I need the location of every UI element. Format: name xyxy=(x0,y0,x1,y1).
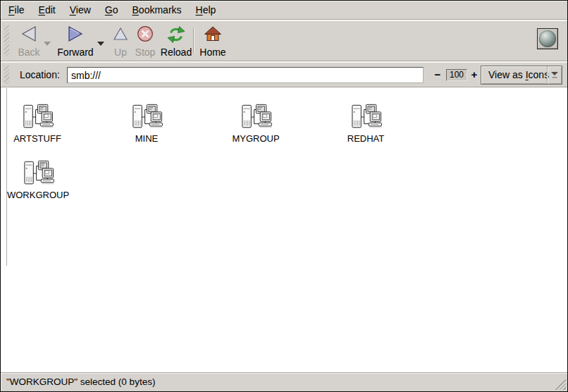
stop-icon xyxy=(136,25,154,42)
icon-label: MINE xyxy=(104,133,189,144)
workgroup-item-workgroup[interactable]: WORKGROUP xyxy=(0,159,80,200)
forward-button[interactable]: Forward xyxy=(56,25,94,58)
workgroup-item-artstuff[interactable]: ARTSTUFF xyxy=(0,102,80,144)
workgroup-item-mygroup[interactable]: MYGROUP xyxy=(214,102,298,144)
back-button[interactable]: Back xyxy=(11,25,47,58)
reload-label: Reload xyxy=(161,47,192,58)
status-text: "WORKGROUP" selected (0 bytes) xyxy=(6,373,155,391)
toolbar-drag-handle[interactable] xyxy=(4,25,9,56)
icon-view[interactable]: ARTSTUFF MINE xyxy=(1,88,567,373)
location-input[interactable] xyxy=(67,67,424,83)
resize-grip[interactable] xyxy=(552,376,566,390)
menu-bookmarks[interactable]: Bookmarks xyxy=(132,3,183,17)
network-workgroup-icon xyxy=(21,159,55,188)
view-as-label: View as Icons xyxy=(488,66,549,84)
zoom-out-button[interactable]: − xyxy=(431,68,444,81)
workgroup-item-mine[interactable]: MINE xyxy=(104,102,189,144)
network-workgroup-icon xyxy=(349,102,383,132)
network-workgroup-icon xyxy=(239,102,273,132)
location-bar-drag-handle[interactable] xyxy=(4,66,9,84)
throbber xyxy=(537,28,558,49)
chevron-down-icon xyxy=(97,41,105,47)
reload-button[interactable]: Reload xyxy=(159,25,193,58)
network-workgroup-icon xyxy=(20,102,54,132)
file-manager-window: File Edit View Go Bookmarks Help Back Fo… xyxy=(0,0,568,392)
icon-label: WORKGROUP xyxy=(0,190,80,200)
dropdown-arrow-icon xyxy=(547,66,562,84)
icon-label: MYGROUP xyxy=(214,133,298,144)
throbber-sphere-icon xyxy=(539,30,556,47)
reload-icon xyxy=(166,25,186,44)
back-arrow-icon xyxy=(20,25,38,42)
menu-file[interactable]: File xyxy=(8,3,25,17)
toolbar-separator xyxy=(193,27,194,54)
workgroup-item-redhat[interactable]: REDHAT xyxy=(323,102,408,144)
view-as-dropdown[interactable]: View as Icons xyxy=(481,66,562,85)
location-bar: Location: − 100 + View as Icons xyxy=(1,62,567,87)
home-label: Home xyxy=(199,47,226,58)
menu-edit[interactable]: Edit xyxy=(38,3,56,17)
forward-arrow-icon xyxy=(66,25,85,42)
forward-history-dropdown[interactable] xyxy=(97,37,105,44)
stop-button[interactable]: Stop xyxy=(132,25,158,58)
icon-label: REDHAT xyxy=(323,133,408,144)
up-arrow-icon xyxy=(112,25,129,42)
chevron-down-icon xyxy=(43,41,51,47)
menu-help[interactable]: Help xyxy=(195,3,217,17)
home-button[interactable]: Home xyxy=(199,25,227,58)
up-button[interactable]: Up xyxy=(109,25,132,58)
menubar: File Edit View Go Bookmarks Help xyxy=(1,1,567,20)
icon-label: ARTSTUFF xyxy=(0,133,80,144)
back-label: Back xyxy=(18,47,39,58)
location-label: Location: xyxy=(20,62,60,87)
toolbar: Back Forward Up xyxy=(1,20,567,61)
status-bar: "WORKGROUP" selected (0 bytes) xyxy=(1,372,567,391)
stop-label: Stop xyxy=(135,47,156,58)
up-label: Up xyxy=(114,47,127,58)
zoom-level-indicator[interactable]: 100 xyxy=(446,69,467,81)
network-workgroup-icon xyxy=(130,102,163,132)
forward-label: Forward xyxy=(57,47,93,58)
menu-go[interactable]: Go xyxy=(104,3,119,17)
zoom-in-button[interactable]: + xyxy=(468,68,481,81)
home-icon xyxy=(204,25,222,42)
back-history-dropdown[interactable] xyxy=(43,37,51,44)
menu-view[interactable]: View xyxy=(69,3,92,17)
